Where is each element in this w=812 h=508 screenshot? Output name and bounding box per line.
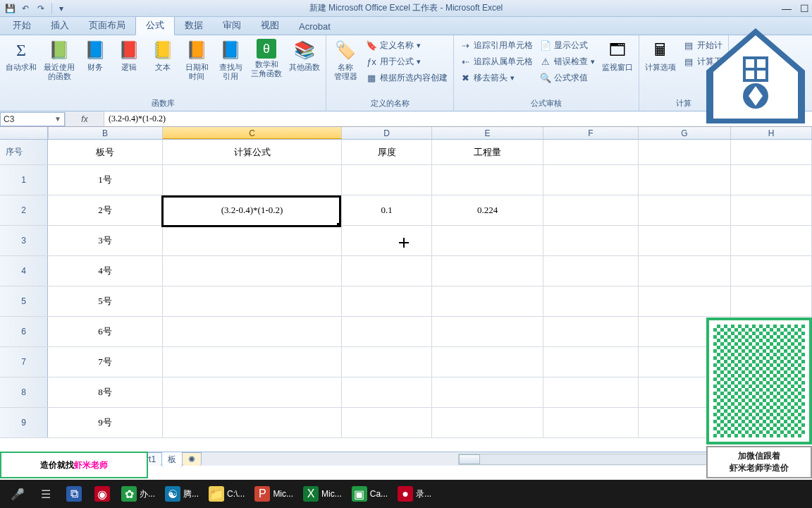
cell[interactable]: 8号 [48,377,163,407]
cell[interactable] [543,347,639,377]
cell[interactable] [543,165,639,195]
cell[interactable]: 6号 [48,317,163,346]
name-manager-button[interactable]: 🏷️名称 管理器 [329,37,362,83]
taskbar-app[interactable]: ▣Ca... [347,483,392,505]
cell[interactable] [639,377,731,407]
cell[interactable] [543,286,639,316]
cell[interactable]: (3.2-0.4)*(1-0.2) [163,195,342,225]
cell[interactable]: 2号 [48,195,163,225]
cell[interactable]: 9号 [48,408,163,437]
taskbar-app[interactable]: ☯腾... [161,483,203,505]
cell[interactable] [432,408,543,437]
fx-icon[interactable]: fx [65,111,104,126]
taskbar-app[interactable]: XMic... [299,483,346,505]
cell[interactable] [731,165,812,195]
cell[interactable] [342,377,432,407]
cell[interactable] [432,347,543,377]
cell[interactable] [731,317,812,346]
cell[interactable] [163,286,342,316]
cell[interactable]: 1号 [48,165,163,195]
cell[interactable] [543,408,639,437]
row-header[interactable]: 7 [0,347,48,377]
new-sheet-button[interactable]: ✺ [182,452,202,466]
cell[interactable] [342,408,432,437]
cell[interactable] [639,195,731,225]
remove-arrows-button[interactable]: ✖移去箭头 ▾ [457,71,536,85]
tab-acrobat[interactable]: Acrobat [289,18,340,35]
cell[interactable] [639,317,731,346]
logical-button[interactable]: 📕逻辑 [113,37,145,74]
formula-input[interactable]: (3.2-0.4)*(1-0.2) [104,111,812,126]
qat-redo-icon[interactable]: ↷ [34,1,48,16]
col-E-header[interactable]: E [432,127,543,139]
text-button[interactable]: 📒文本 [147,37,179,74]
date-time-button[interactable]: 📙日期和 时间 [180,37,213,83]
cell[interactable] [543,377,639,407]
financial-button[interactable]: 📘财务 [79,37,111,74]
taskbar-app[interactable]: ✿办... [117,483,159,505]
watch-window-button[interactable]: 🗔监视窗口 [599,37,636,74]
taskbar-taskview-icon[interactable]: ☰ [32,483,59,505]
autosum-button[interactable]: Σ自动求和 [3,37,39,74]
calc-sheet-button[interactable]: ▤计算工 [680,54,725,69]
row-header[interactable]: 8 [0,377,48,407]
cell[interactable] [342,317,432,346]
cell[interactable]: 7号 [48,347,163,377]
cell[interactable] [639,347,731,377]
qat-undo-icon[interactable]: ↶ [18,1,32,16]
cell[interactable] [543,195,639,225]
col-A-header[interactable] [0,127,48,139]
row-header[interactable]: 序号 [0,140,48,164]
cell[interactable] [432,256,543,286]
cell[interactable]: 5号 [48,286,163,316]
cell[interactable] [432,286,543,316]
cell[interactable] [731,140,812,164]
cell[interactable] [163,165,342,195]
sheet-tab-active[interactable]: 板 [161,452,183,467]
scrollbar-thumb[interactable] [459,454,480,464]
cell[interactable] [163,317,342,346]
cell[interactable] [731,286,812,316]
lookup-button[interactable]: 📘查找与 引用 [214,37,247,83]
cell[interactable] [731,347,812,377]
define-name-button[interactable]: 🔖定义名称 ▾ [363,38,450,53]
trace-dependents-button[interactable]: ⇠追踪从属单元格 [457,54,536,69]
cell[interactable] [639,286,731,316]
cell[interactable] [163,347,342,377]
cell[interactable] [432,317,543,346]
cell[interactable] [543,256,639,286]
tab-view[interactable]: 视图 [251,16,289,35]
cell[interactable] [163,226,342,255]
cell[interactable] [639,256,731,286]
taskbar-mic-icon[interactable]: 🎤 [4,483,31,505]
name-box[interactable]: C3▼ [0,112,65,126]
use-in-formula-button[interactable]: ƒx用于公式 ▾ [363,54,450,69]
cell[interactable]: 计算公式 [163,140,342,164]
taskbar-app[interactable]: 📁C:\... [204,483,249,505]
cell[interactable]: 4号 [48,256,163,286]
create-from-selection-button[interactable]: ▦根据所选内容创建 [363,71,450,85]
taskbar-app[interactable]: ⧉ [61,483,87,505]
row-header[interactable]: 2 [0,195,48,225]
row-header[interactable]: 9 [0,408,48,437]
col-F-header[interactable]: F [543,127,639,139]
cell[interactable] [163,377,342,407]
math-trig-button[interactable]: θ数学和 三角函数 [248,37,285,80]
cell[interactable] [342,347,432,377]
recent-functions-button[interactable]: 📗最近使用 的函数 [41,37,78,83]
col-C-header[interactable]: C [163,127,342,139]
taskbar-app[interactable]: ◉ [89,483,116,505]
cell[interactable] [639,140,731,164]
calc-now-button[interactable]: ▤开始计 [680,38,725,53]
error-checking-button[interactable]: ⚠错误检查 ▾ [537,54,598,69]
cell[interactable] [543,226,639,255]
qat-customize-icon[interactable]: ▾ [54,1,68,16]
cell[interactable]: 工程量 [432,140,543,164]
row-header[interactable]: 5 [0,286,48,316]
cell[interactable] [731,377,812,407]
cell[interactable] [639,165,731,195]
cell[interactable] [731,195,812,225]
cell[interactable] [543,317,639,346]
cell[interactable] [342,165,432,195]
col-D-header[interactable]: D [342,127,432,139]
